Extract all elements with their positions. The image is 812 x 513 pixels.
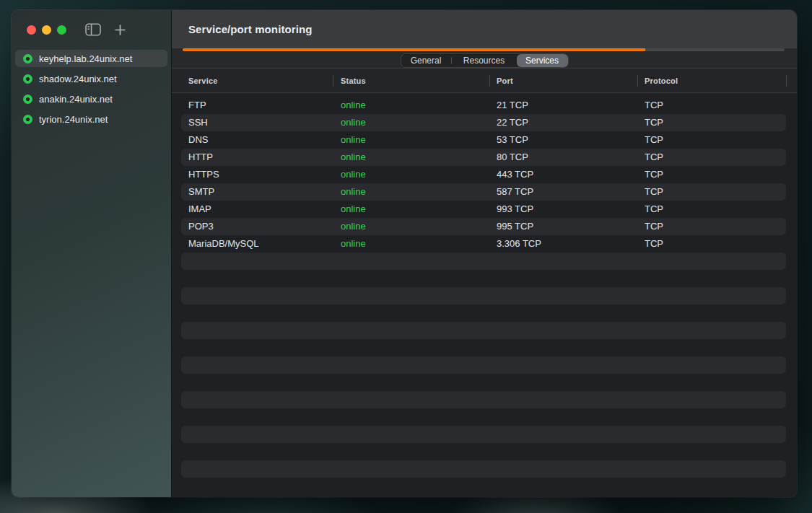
server-online-icon (23, 54, 32, 63)
toggle-sidebar-icon[interactable] (85, 23, 101, 36)
cell-protocol: TCP (645, 166, 663, 183)
sidebar-toolbar (12, 10, 171, 49)
status-badge: online (341, 183, 366, 201)
sidebar-item-anakin[interactable]: anakin.24unix.net (15, 90, 167, 108)
cell-service: MariaDB/MySQL (188, 235, 259, 253)
empty-rows (172, 253, 797, 495)
sidebar: keyhelp.lab.24unix.net shadow.24unix.net… (12, 10, 172, 497)
table-row-ssh[interactable]: SSH online 22 TCP TCP (181, 114, 786, 131)
cell-service: HTTP (188, 149, 213, 166)
table-row-https[interactable]: HTTPS online 443 TCP TCP (181, 166, 786, 183)
column-header-port[interactable]: Port (497, 69, 513, 92)
close-button[interactable] (27, 25, 36, 35)
server-name: tyrion.24unix.net (39, 114, 108, 125)
app-window: keyhelp.lab.24unix.net shadow.24unix.net… (12, 10, 797, 497)
table-row-empty[interactable] (181, 426, 786, 443)
desktop-wallpaper: keyhelp.lab.24unix.net shadow.24unix.net… (0, 0, 812, 513)
tab-general[interactable]: General (401, 54, 451, 67)
status-badge: online (341, 114, 366, 131)
status-badge: online (341, 149, 366, 166)
add-server-icon[interactable] (114, 24, 126, 36)
tab-control: General Resources Services (401, 53, 569, 68)
server-name: anakin.24unix.net (39, 94, 113, 105)
table-row-mariadb[interactable]: MariaDB/MySQL online 3.306 TCP TCP (181, 235, 786, 253)
table-row-empty[interactable] (181, 408, 786, 426)
table-row-empty[interactable] (181, 391, 786, 408)
table-row-empty[interactable] (181, 322, 786, 339)
table-row-empty[interactable] (181, 339, 786, 356)
status-badge: online (341, 97, 366, 114)
page-title: Service/port monitoring (188, 23, 313, 35)
server-list: keyhelp.lab.24unix.net shadow.24unix.net… (12, 50, 171, 128)
table-row-empty[interactable] (181, 287, 786, 304)
service-table-body: FTP online 21 TCP TCP SSH online 22 TCP … (172, 93, 797, 497)
column-divider[interactable] (637, 75, 638, 87)
table-row-pop3[interactable]: POP3 online 995 TCP TCP (181, 218, 786, 235)
cell-port: 80 TCP (497, 149, 528, 166)
panel-titlebar: Service/port monitoring (172, 10, 797, 48)
column-header-status[interactable]: Status (341, 69, 366, 92)
cell-port: 993 TCP (497, 201, 533, 218)
cell-port: 443 TCP (497, 166, 533, 183)
table-row-smtp[interactable]: SMTP online 587 TCP TCP (181, 183, 786, 201)
server-name: keyhelp.lab.24unix.net (39, 53, 132, 64)
table-row-empty[interactable] (181, 253, 786, 270)
tab-services[interactable]: Services (517, 54, 568, 67)
table-row-empty[interactable] (181, 374, 786, 391)
sidebar-item-keyhelp[interactable]: keyhelp.lab.24unix.net (15, 50, 167, 67)
table-row-dns[interactable]: DNS online 53 TCP TCP (181, 131, 786, 149)
cell-protocol: TCP (645, 201, 663, 218)
cell-protocol: TCP (645, 218, 663, 235)
cell-port: 995 TCP (497, 218, 533, 235)
sidebar-item-tyrion[interactable]: tyrion.24unix.net (15, 110, 167, 128)
minimize-button[interactable] (42, 25, 51, 35)
cell-service: POP3 (188, 218, 214, 235)
cell-port: 587 TCP (497, 183, 533, 201)
status-badge: online (341, 235, 366, 253)
column-divider[interactable] (333, 75, 333, 87)
cell-protocol: TCP (645, 149, 663, 166)
tab-strip: General Resources Services (172, 51, 797, 69)
table-row-empty[interactable] (181, 478, 786, 495)
table-row-ftp[interactable]: FTP online 21 TCP TCP (181, 97, 786, 114)
column-divider[interactable] (489, 75, 490, 87)
table-row-empty[interactable] (181, 356, 786, 374)
table-row-imap[interactable]: IMAP online 993 TCP TCP (181, 201, 786, 218)
cell-port: 22 TCP (497, 114, 528, 131)
sidebar-item-shadow[interactable]: shadow.24unix.net (15, 70, 167, 87)
cell-service: SMTP (188, 183, 214, 201)
table-row-http[interactable]: HTTP online 80 TCP TCP (181, 149, 786, 166)
status-badge: online (341, 201, 366, 218)
column-header-protocol[interactable]: Protocol (645, 69, 678, 92)
status-badge: online (341, 218, 366, 235)
table-row-empty[interactable] (181, 443, 786, 460)
zoom-button[interactable] (57, 25, 66, 35)
cell-service: DNS (188, 131, 208, 149)
server-name: shadow.24unix.net (39, 74, 117, 84)
column-header-service[interactable]: Service (188, 69, 218, 92)
cell-protocol: TCP (645, 97, 663, 114)
tab-resources[interactable]: Resources (452, 54, 517, 67)
table-row-empty[interactable] (181, 270, 786, 287)
cell-service: IMAP (188, 201, 211, 218)
status-badge: online (341, 166, 366, 183)
column-divider[interactable] (786, 75, 787, 87)
cell-port: 3.306 TCP (497, 235, 541, 253)
cell-protocol: TCP (645, 114, 663, 131)
cell-service: SSH (188, 114, 208, 131)
status-badge: online (341, 131, 366, 149)
cell-port: 21 TCP (497, 97, 528, 114)
table-header: Service Status Port Protocol (172, 69, 797, 93)
cell-protocol: TCP (645, 131, 663, 149)
table-row-empty[interactable] (181, 460, 786, 478)
cell-service: FTP (188, 97, 206, 114)
cell-service: HTTPS (188, 166, 219, 183)
server-online-icon (23, 74, 32, 84)
main-panel: Service/port monitoring General Resource… (172, 10, 797, 497)
cell-port: 53 TCP (497, 131, 528, 149)
cell-protocol: TCP (645, 183, 663, 201)
server-online-icon (23, 115, 32, 124)
cell-protocol: TCP (645, 235, 663, 253)
server-online-icon (23, 95, 32, 104)
table-row-empty[interactable] (181, 304, 786, 322)
